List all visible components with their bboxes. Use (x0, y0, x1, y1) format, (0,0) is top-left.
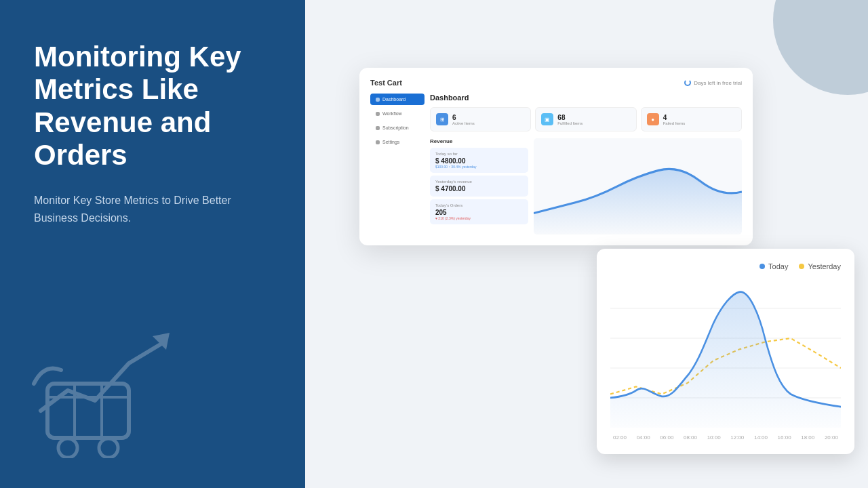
circle-decoration (773, 0, 868, 95)
legend-yesterday-dot (799, 264, 804, 269)
legend-today-dot (760, 264, 765, 269)
line-chart (610, 279, 841, 428)
x-label-3: 08:00 (684, 434, 697, 441)
stat-cards-row: ⊞ 6 Active Items ▣ 68 Fulfilled Items (430, 107, 742, 131)
legend-yesterday: Yesterday (799, 262, 841, 270)
failed-items-label: Failed Items (663, 121, 686, 125)
revenue-section: Revenue Today so far $ 4800.00 $100.00 ↑… (430, 138, 742, 235)
chart-x-axis: 02:00 04:00 06:00 08:00 10:00 12:00 14:0… (610, 434, 841, 441)
x-label-2: 06:00 (660, 434, 673, 441)
yesterday-revenue-label: Yesterday's revenue (435, 180, 523, 184)
yesterday-revenue-value: $ 4700.00 (435, 185, 523, 192)
dashboard-title: Dashboard (430, 94, 742, 102)
fulfilled-items-label: Fulfilled Items (557, 121, 583, 125)
revenue-cards: Revenue Today so far $ 4800.00 $100.00 ↑… (430, 138, 528, 235)
revenue-card-orders: Today's Orders 205 ♥ 210 (2.3%) yesterda… (430, 199, 528, 224)
x-label-0: 02:00 (613, 434, 627, 441)
mockup-app-title: Test Cart (370, 79, 402, 87)
x-label-4: 10:00 (707, 434, 721, 441)
left-panel: Monitoring Key Metrics Like Revenue and … (0, 0, 305, 488)
chart-legend: Today Yesterday (610, 262, 841, 270)
failed-items-icon: ● (647, 113, 659, 125)
stat-card-failed: ● 4 Failed Items (641, 107, 742, 131)
x-label-5: 12:00 (730, 434, 744, 441)
mockup-sidebar: Dashboard Workflow Subscription Settings (370, 94, 425, 235)
sidebar-item-dashboard[interactable]: Dashboard (370, 94, 425, 105)
svg-point-5 (58, 439, 77, 458)
x-label-9: 20:00 (825, 434, 838, 441)
mini-chart (534, 138, 742, 235)
sidebar-item-subscription[interactable]: Subscription (370, 122, 425, 134)
stat-card-active: ⊞ 6 Active Items (430, 107, 531, 131)
right-panel: Test Cart Days left in free trial Dashbo… (305, 0, 868, 488)
cart-icon (27, 323, 176, 461)
orders-value: 205 (435, 209, 523, 216)
sub-description: Monitor Key Store Metrics to Drive Bette… (34, 192, 251, 226)
today-revenue-sub: $100.00 ↑ 30.4% yesterday (435, 165, 523, 169)
dashboard-mockup: Test Cart Days left in free trial Dashbo… (359, 68, 753, 245)
orders-sub: ♥ 210 (2.3%) yesterday (435, 216, 523, 220)
main-heading: Monitoring Key Metrics Like Revenue and … (34, 41, 271, 171)
failed-items-value: 4 (663, 114, 686, 121)
legend-today: Today (760, 262, 788, 270)
fulfilled-items-icon: ▣ (541, 113, 553, 125)
x-label-7: 16:00 (778, 434, 791, 441)
chart-card: Today Yesterday (597, 249, 854, 454)
x-label-6: 14:00 (754, 434, 768, 441)
active-items-icon: ⊞ (436, 113, 448, 125)
fulfilled-items-value: 68 (557, 114, 583, 121)
active-items-value: 6 (452, 114, 475, 121)
orders-label: Today's Orders (435, 203, 523, 207)
stat-card-fulfilled: ▣ 68 Fulfilled Items (535, 107, 636, 131)
revenue-section-title: Revenue (430, 138, 528, 144)
mockup-trial-label: Days left in free trial (684, 79, 742, 86)
active-items-label: Active Items (452, 121, 475, 125)
svg-point-6 (99, 439, 118, 458)
svg-rect-1 (47, 384, 129, 438)
mockup-main-content: Dashboard ⊞ 6 Active Items ▣ 68 (430, 94, 742, 235)
sidebar-item-workflow[interactable]: Workflow (370, 108, 425, 119)
revenue-card-today: Today so far $ 4800.00 $100.00 ↑ 30.4% y… (430, 148, 528, 173)
legend-today-label: Today (768, 262, 788, 270)
revenue-card-yesterday: Yesterday's revenue $ 4700.00 (430, 176, 528, 197)
today-revenue-value: $ 4800.00 (435, 157, 523, 165)
today-revenue-label: Today so far (435, 152, 523, 156)
x-label-8: 18:00 (801, 434, 814, 441)
legend-yesterday-label: Yesterday (808, 262, 841, 270)
sidebar-item-settings[interactable]: Settings (370, 136, 425, 148)
x-label-1: 04:00 (637, 434, 650, 441)
